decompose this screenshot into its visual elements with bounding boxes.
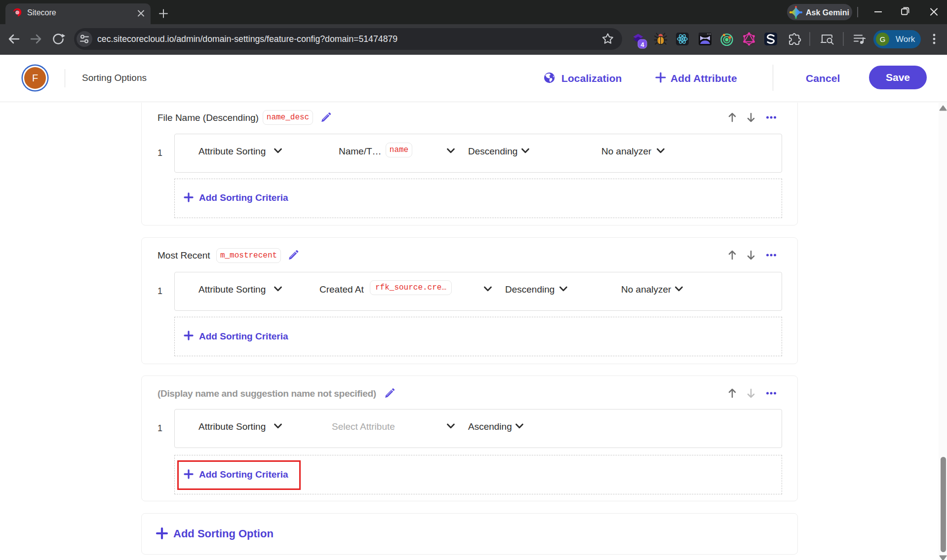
svg-text:4: 4 (640, 41, 644, 48)
